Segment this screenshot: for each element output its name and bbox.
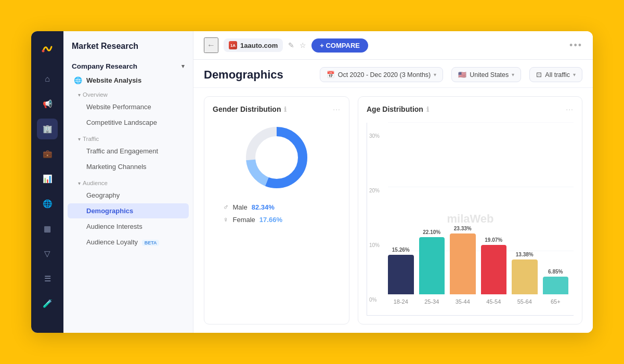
gender-chart-header: Gender Distribution ℹ ··· [213, 105, 341, 113]
domain-pill: 1A 1aauto.com [224, 38, 283, 52]
back-button[interactable]: ← [204, 37, 218, 53]
date-filter-button[interactable]: 📅 Oct 2020 - Dec 2020 (3 Months) ▾ [320, 67, 444, 82]
collapse-traffic-icon: ▾ [78, 136, 81, 142]
geo-filter-button[interactable]: 🇺🇸 United States ▾ [451, 67, 521, 82]
website-analysis-label: Website Analysis [86, 76, 141, 84]
more-options-icon[interactable]: ••• [569, 40, 582, 51]
age-chart-menu[interactable]: ··· [566, 105, 574, 113]
traffic-label: ▾ Traffic [63, 133, 193, 143]
bar-25-34 [419, 237, 445, 295]
bar-chart-area: 0% 10% 20% 30% milaWeb 15.26%18-2422.10%… [367, 119, 574, 316]
sidebar-icon-home[interactable]: ⌂ [37, 69, 58, 89]
bar-xlabel-25-34: 25-34 [424, 298, 439, 305]
sidebar-icon-menu[interactable]: ☰ [37, 268, 58, 289]
bar-value-65+: 6.85% [548, 269, 563, 275]
male-icon: ♂ [223, 203, 229, 211]
female-percentage: 17.66% [259, 216, 282, 224]
bar-65+ [543, 277, 569, 294]
chevron-down-icon: ▾ [181, 63, 185, 70]
age-chart-header: Age Distribution ℹ ··· [367, 105, 574, 113]
company-research-label: Company Research [72, 62, 137, 70]
company-research-header[interactable]: Company Research ▾ [63, 57, 193, 73]
bar-group-25-34: 22.10%25-34 [419, 229, 445, 305]
app-logo [38, 40, 57, 58]
collapse-audience-icon: ▾ [78, 180, 81, 186]
domain-favicon: 1A [229, 41, 237, 49]
bar-value-25-34: 22.10% [423, 229, 440, 235]
grid-line-30 [388, 122, 574, 123]
date-chevron-icon: ▾ [434, 72, 436, 77]
sidebar-icon-megaphone[interactable]: 📢 [37, 94, 58, 114]
sidebar-icon-briefcase[interactable]: 💼 [37, 144, 58, 164]
sidebar-item-competitive-landscape[interactable]: Competitive Landscape [68, 115, 189, 130]
sidebar-icon-table[interactable]: ▦ [37, 218, 58, 239]
edit-icon[interactable]: ✎ [288, 41, 294, 49]
collapse-icon: ▾ [78, 92, 81, 98]
date-filter-label: Oct 2020 - Dec 2020 (3 Months) [338, 71, 431, 79]
sidebar-icon-lab[interactable]: 🧪 [37, 293, 58, 314]
y-label-30: 30% [369, 133, 380, 139]
overview-label: ▾ Overview [63, 88, 193, 99]
bar-group-55-64: 13.38%55-64 [512, 252, 538, 305]
bar-group-45-54: 19.07%45-54 [481, 237, 507, 305]
bar-value-35-44: 23.33% [454, 226, 472, 231]
bar-xlabel-45-54: 45-54 [486, 298, 501, 305]
app-window: ⌂ 📢 🏢 💼 📊 🌐 ▦ ▽ ☰ 🧪 Market Research Comp… [31, 31, 593, 333]
male-percentage: 82.34% [252, 203, 275, 211]
y-label-0: 0% [369, 297, 380, 303]
sidebar-icon-globe[interactable]: 🌐 [37, 193, 58, 214]
bar-group-65+: 6.85%65+ [543, 269, 569, 305]
sidebar-icon-filter[interactable]: ▽ [37, 243, 58, 264]
website-analysis-item[interactable]: 🌐 Website Analysis [63, 73, 193, 87]
top-bar: ← 1A 1aauto.com ✎ ☆ + COMPARE ••• [193, 31, 593, 60]
bar-chart-wrapper: 0% 10% 20% 30% milaWeb 15.26%18-2422.10%… [367, 123, 574, 316]
sidebar-item-traffic-engagement[interactable]: Traffic and Engagement [68, 144, 189, 159]
sidebar-item-demographics[interactable]: Demographics [68, 203, 189, 218]
geo-filter-label: United States [470, 71, 509, 79]
sidebar-icon-company[interactable]: 🏢 [37, 119, 58, 139]
main-content: ← 1A 1aauto.com ✎ ☆ + COMPARE ••• Demogr… [193, 31, 593, 333]
bar-45-54 [481, 245, 507, 294]
bar-18-24 [388, 255, 414, 294]
bar-group-18-24: 15.26%18-24 [388, 247, 414, 305]
overview-subsection: ▾ Overview Website Performance Competiti… [63, 87, 193, 132]
star-icon[interactable]: ☆ [300, 41, 306, 49]
compare-button[interactable]: + COMPARE [311, 38, 368, 53]
bar-xlabel-18-24: 18-24 [394, 298, 408, 305]
donut-chart-svg [243, 124, 310, 191]
sidebar-item-audience-interests[interactable]: Audience Interests [68, 219, 189, 234]
age-info-icon[interactable]: ℹ [426, 106, 429, 113]
sidebar-item-audience-loyalty[interactable]: Audience Loyalty BETA [68, 235, 189, 250]
sub-header: Demographics 📅 Oct 2020 - Dec 2020 (3 Mo… [193, 60, 593, 88]
y-label-10: 10% [369, 242, 380, 248]
sidebar-item-website-performance[interactable]: Website Performance [68, 99, 189, 114]
traffic-filter-button[interactable]: ⊡ All traffic ▾ [529, 67, 582, 82]
sidebar-item-geography[interactable]: Geography [68, 188, 189, 203]
geo-chevron-icon: ▾ [512, 72, 514, 77]
male-label: Male [233, 203, 248, 211]
sidebar-icon-chart[interactable]: 📊 [37, 168, 58, 189]
calendar-icon: 📅 [327, 71, 335, 79]
bar-xlabel-35-44: 35-44 [456, 298, 470, 305]
age-chart-title: Age Distribution ℹ [367, 105, 429, 113]
bar-value-18-24: 15.26% [392, 247, 410, 253]
sidebar-item-marketing-channels[interactable]: Marketing Channels [68, 159, 189, 174]
female-icon: ♀ [223, 215, 229, 224]
gender-info-icon[interactable]: ℹ [284, 106, 287, 113]
traffic-icon: ⊡ [536, 71, 542, 79]
female-legend-item: ♀ Female 17.66% [223, 215, 330, 224]
y-label-20: 20% [369, 188, 380, 193]
gender-legend: ♂ Male 82.34% ♀ Female 17.66% [213, 203, 341, 224]
donut-chart-container [243, 124, 310, 191]
gender-chart-card: Gender Distribution ℹ ··· [204, 96, 349, 324]
sidebar-section-company: Company Research ▾ 🌐 Website Analysis ▾ … [63, 57, 193, 251]
gender-chart-title: Gender Distribution ℹ [213, 105, 287, 113]
charts-area: Gender Distribution ℹ ··· [193, 88, 593, 333]
bar-35-44 [450, 233, 476, 294]
globe-small-icon: 🌐 [74, 76, 82, 84]
audience-label: ▾ Audience [63, 177, 193, 187]
flag-icon: 🇺🇸 [458, 71, 466, 79]
female-label: Female [233, 216, 255, 224]
audience-subsection: ▾ Audience Geography Demographics Audien… [63, 176, 193, 251]
gender-chart-menu[interactable]: ··· [333, 105, 341, 113]
